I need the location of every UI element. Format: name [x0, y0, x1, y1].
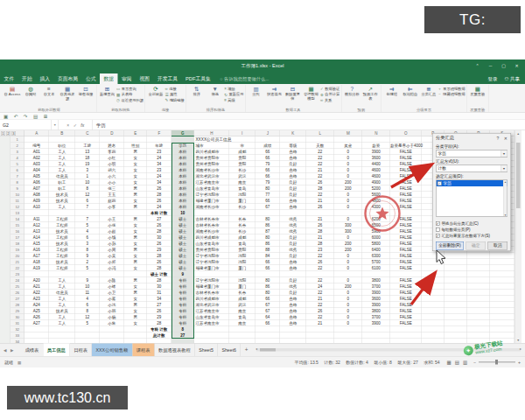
cell[interactable]: 2 [75, 259, 100, 265]
cell[interactable]: 优秀 [280, 216, 306, 222]
row-number[interactable]: 6 [10, 167, 24, 173]
cell[interactable]: 0 [334, 192, 362, 198]
cell[interactable]: 4800 [362, 198, 390, 204]
cell[interactable]: 6200 [362, 216, 390, 222]
cell[interactable] [280, 332, 306, 339]
cell[interactable]: 34 [147, 161, 172, 167]
outline-level-button[interactable]: 1 [1, 131, 5, 136]
cell[interactable]: FALSE [390, 161, 422, 167]
cell[interactable] [75, 332, 100, 339]
cell[interactable]: 男 [124, 186, 147, 192]
cell[interactable]: 小张 [100, 222, 124, 228]
cell[interactable]: 工人 [49, 314, 75, 320]
cell[interactable] [256, 210, 280, 216]
cell[interactable] [467, 332, 490, 339]
cell[interactable] [422, 277, 444, 284]
cell[interactable] [75, 136, 100, 143]
cell[interactable]: 12 [75, 192, 100, 198]
cell[interactable]: 22 [306, 149, 334, 155]
cell[interactable]: 29 [147, 314, 172, 320]
cell[interactable]: 200 [334, 284, 362, 290]
cell[interactable]: FALSE [390, 247, 422, 253]
cell[interactable] [444, 271, 467, 277]
sheet-tab-成绩表[interactable]: 成绩表 [21, 344, 43, 357]
cell[interactable]: 87 [256, 228, 280, 234]
cell[interactable]: 21 [306, 320, 334, 326]
cell[interactable]: 工人 [49, 167, 75, 173]
row-number[interactable]: 19 [10, 247, 24, 253]
cell[interactable]: 职工 [49, 186, 75, 192]
dialog-checkbox-row[interactable]: ✓替换当前分类汇总(C) [436, 220, 508, 227]
cell[interactable]: 9 [75, 277, 100, 284]
tab-视图[interactable]: 视图 [136, 74, 154, 84]
cell[interactable]: 10 [75, 284, 100, 290]
row-number[interactable]: 5 [10, 161, 24, 167]
cell[interactable]: 64 [256, 314, 280, 320]
checkbox-icon[interactable]: ✓ [438, 181, 442, 186]
cell[interactable]: 小韩 [100, 308, 124, 314]
cell[interactable]: 3900 [362, 149, 390, 155]
cell[interactable]: 女 [124, 284, 147, 290]
cell[interactable]: 0 [334, 314, 362, 320]
ribbon-button-创建组[interactable]: ⇉创建组 [382, 85, 401, 97]
cell[interactable]: 28 [147, 253, 172, 259]
ribbon-button-删除重复值[interactable]: ⊟删除重复值 [284, 85, 302, 102]
cell[interactable]: FALSE [390, 222, 422, 228]
cell[interactable]: 成都 [229, 234, 256, 241]
cell[interactable]: 贵阳 [229, 247, 256, 253]
cell[interactable] [422, 302, 444, 308]
cell[interactable]: 7 [75, 216, 100, 222]
cell[interactable]: 湖北省武汉市 [194, 173, 229, 179]
tab-开发工具[interactable]: 开发工具 [154, 74, 182, 84]
row-number[interactable]: 18 [10, 241, 24, 247]
row-number[interactable]: 21 [10, 259, 24, 265]
cell[interactable]: 3800 [362, 277, 390, 284]
cell[interactable]: 27 [147, 216, 172, 222]
chevron-down-icon[interactable]: ▼ [500, 165, 508, 172]
cancel-icon[interactable]: × [66, 122, 69, 128]
cell[interactable]: 硕士 [172, 241, 194, 247]
row-number[interactable]: 22 [10, 265, 24, 271]
dialog-checkbox-row[interactable]: ✓汇总结果显示在数据下方(S) [436, 233, 508, 239]
cell[interactable]: 工程师 [49, 265, 75, 271]
cell[interactable] [194, 271, 229, 277]
cell[interactable]: 0 [334, 234, 362, 241]
cell[interactable]: 6 [75, 234, 100, 241]
checkbox-icon[interactable]: ✓ [436, 234, 440, 238]
cell[interactable] [467, 253, 490, 259]
row-number[interactable]: 3 [10, 149, 24, 155]
summary-method-select[interactable]: 计数 ▼ [436, 165, 508, 172]
cell[interactable]: 女 [124, 296, 147, 302]
cell[interactable]: 奖金 [334, 143, 362, 149]
cell[interactable]: 硕士 [172, 265, 194, 271]
cell[interactable]: 学历 [172, 143, 194, 149]
cell[interactable]: 21 [306, 216, 334, 222]
cell[interactable]: 市 [229, 143, 256, 149]
cell[interactable]: 小朱 [100, 320, 124, 326]
cell[interactable]: 30 [147, 284, 172, 290]
cell[interactable]: FALSE [390, 216, 422, 222]
cell[interactable]: A01 [24, 149, 49, 155]
cell[interactable] [194, 332, 229, 339]
row-number[interactable]: 2 [10, 143, 24, 149]
cell[interactable] [490, 320, 514, 326]
cell[interactable]: 武汉 [229, 173, 256, 179]
cell[interactable]: 5 [75, 320, 100, 326]
cell[interactable]: A23 [24, 296, 49, 302]
cell[interactable] [229, 332, 256, 339]
cell[interactable]: 本科 [172, 186, 194, 192]
cell[interactable]: 技术员 [49, 241, 75, 247]
cell[interactable]: 工程师 [49, 253, 75, 259]
cell[interactable]: 硕士 [172, 253, 194, 259]
ribbon-button-最近使用的源[interactable]: ◷最近使用的源 [116, 97, 144, 103]
cell[interactable] [490, 277, 514, 284]
cell[interactable] [280, 210, 306, 216]
scroll-up-icon[interactable]: ▲ [515, 130, 522, 136]
row-number[interactable]: 15 [10, 222, 24, 228]
cell[interactable]: 本科 [172, 179, 194, 186]
cell[interactable]: 6000 [362, 234, 390, 241]
cell[interactable]: 11 [75, 290, 100, 296]
ribbon-button-自 Access[interactable]: ▤自 Access [4, 85, 22, 97]
cell[interactable]: 0 [334, 149, 362, 155]
cell[interactable]: 0 [334, 320, 362, 326]
